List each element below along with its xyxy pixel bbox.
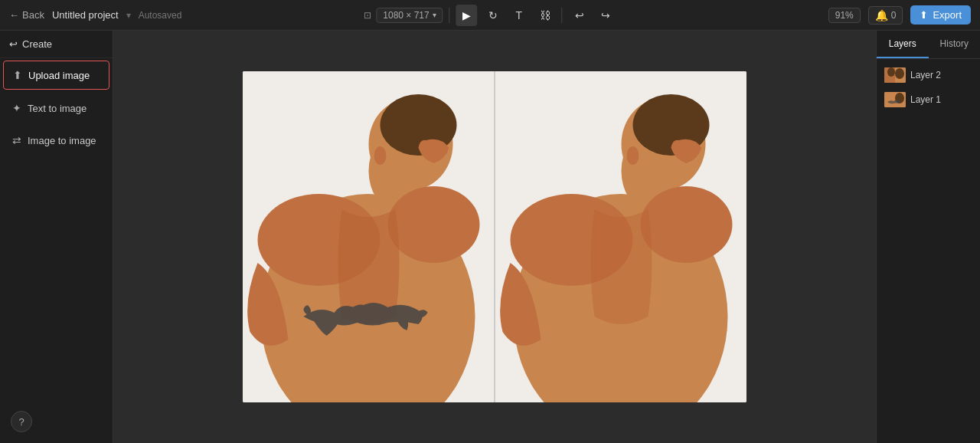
dropdown-icon[interactable]: ▾ (126, 10, 131, 21)
layers-list: Layer 2 Layer 1 (877, 59, 980, 116)
autosaved-label: Autosaved (139, 10, 182, 21)
create-arrow-icon: ↩ (9, 38, 18, 50)
notifications-button[interactable]: 🔔 0 (868, 6, 903, 25)
resize-icon: ⊡ (364, 10, 371, 21)
svg-point-14 (641, 186, 733, 263)
menu-item-upload-image[interactable]: ⬆ Upload image (3, 61, 109, 90)
rotate-icon: ↻ (488, 9, 498, 21)
undo-icon: ↩ (575, 9, 584, 21)
menu-item-image-to-image[interactable]: ⇄ Image to image (3, 126, 109, 154)
rotate-tool-button[interactable]: ↻ (482, 5, 504, 26)
zoom-label: 91% (835, 10, 854, 21)
redo-button[interactable]: ↪ (595, 5, 616, 26)
layer-2-label: Layer 2 (910, 70, 941, 80)
export-label: Export (933, 9, 962, 21)
image-left (243, 71, 494, 402)
left-panel: ↩ Create ⬆ Upload image ✦ Text to image … (0, 31, 113, 443)
image-to-image-icon: ⇄ (12, 134, 21, 146)
link-icon: ⛓ (540, 9, 550, 21)
back-button[interactable]: ← Back (9, 9, 44, 21)
text-icon: T (515, 9, 522, 21)
tool-separator-1 (449, 8, 450, 23)
layer-item-1[interactable]: Layer 1 (880, 88, 977, 111)
text-to-image-icon: ✦ (12, 102, 21, 114)
topbar-right: 91% 🔔 0 ⬆ Export (828, 5, 971, 25)
create-label: Create (22, 38, 52, 50)
canvas-size-selector[interactable]: 1080 × 717 ▾ (376, 8, 443, 23)
layer-1-label: Layer 1 (910, 94, 941, 105)
right-panel: Layers History Layer 2 (876, 31, 980, 443)
svg-point-19 (887, 67, 895, 77)
image-to-image-label: Image to image (28, 135, 96, 146)
history-tab-label: History (940, 38, 969, 49)
tool-separator-2 (562, 8, 563, 23)
layer-item-2[interactable]: Layer 2 (880, 64, 977, 87)
back-label: Back (22, 9, 44, 21)
image-right (495, 71, 746, 402)
project-name[interactable]: Untitled project (52, 9, 119, 21)
help-button[interactable]: ? (11, 411, 32, 432)
text-to-image-label: Text to image (28, 103, 87, 114)
back-arrow-icon: ← (9, 9, 19, 21)
zoom-selector[interactable]: 91% (828, 8, 861, 23)
notif-icon: 🔔 (875, 9, 888, 21)
text-tool-button[interactable]: T (508, 5, 530, 26)
layers-tab-label: Layers (889, 38, 916, 49)
canvas-area[interactable] (113, 31, 876, 443)
topbar-center: ⊡ 1080 × 717 ▾ ▶ ↻ T ⛓ ↩ ↪ (364, 5, 616, 26)
undo-button[interactable]: ↩ (569, 5, 590, 26)
tab-history[interactable]: History (929, 31, 981, 58)
main-content: ↩ Create ⬆ Upload image ✦ Text to image … (0, 31, 980, 443)
export-icon: ⬆ (920, 9, 928, 21)
svg-point-6 (388, 186, 480, 263)
export-button[interactable]: ⬆ Export (910, 5, 971, 25)
link-tool-button[interactable]: ⛓ (534, 5, 556, 26)
svg-point-7 (374, 146, 387, 165)
svg-point-15 (627, 146, 639, 165)
help-icon: ? (18, 416, 24, 428)
layer-2-thumbnail (884, 67, 906, 83)
select-icon: ▶ (462, 9, 471, 21)
svg-point-18 (895, 68, 904, 79)
redo-icon: ↪ (601, 9, 610, 21)
upload-image-label: Upload image (28, 70, 90, 81)
canvas-size-label: 1080 × 717 (383, 10, 429, 21)
topbar: ← Back Untitled project ▾ Autosaved ⊡ 10… (0, 0, 980, 31)
canvas-size-chevron: ▾ (433, 11, 436, 19)
menu-item-text-to-image[interactable]: ✦ Text to image (3, 94, 109, 122)
create-header: ↩ Create (0, 31, 113, 58)
layer-1-thumbnail (884, 92, 906, 107)
right-panel-tabs: Layers History (877, 31, 980, 59)
select-tool-button[interactable]: ▶ (456, 5, 478, 26)
canvas-image (243, 71, 746, 402)
notif-count: 0 (891, 10, 897, 21)
tab-layers[interactable]: Layers (877, 31, 929, 58)
upload-icon: ⬆ (13, 69, 22, 81)
